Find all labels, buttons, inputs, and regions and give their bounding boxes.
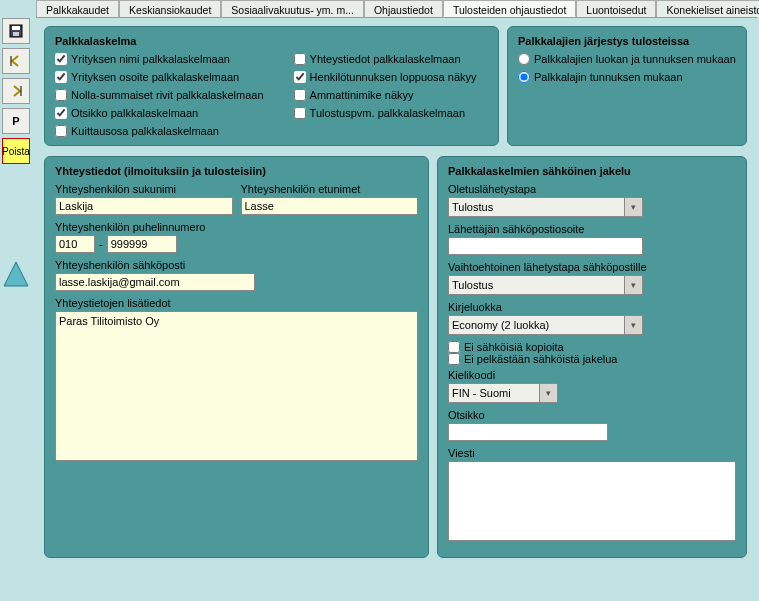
input-sukunimi[interactable] xyxy=(55,197,233,215)
input-puh-number[interactable] xyxy=(107,235,177,253)
chk-yrityksen-nimi[interactable]: Yrityksen nimi palkkalaskelmaan xyxy=(55,53,264,65)
chk-henkilotunnus[interactable]: Henkilötunnuksen loppuosa näkyy xyxy=(294,71,477,83)
label-vaihtoehtoinen: Vaihtoehtoinen lähetystapa sähköpostille xyxy=(448,261,736,273)
panel-title: Palkkalaskelmien sähköinen jakelu xyxy=(448,165,736,177)
arrow-left-icon xyxy=(8,53,24,69)
select-kielikoodi[interactable]: FIN - Suomi xyxy=(448,383,558,403)
chk-tulostuspvm[interactable]: Tulostuspvm. palkkalaskelmaan xyxy=(294,107,477,119)
tab-tulosteiden-ohjaustiedot[interactable]: Tulosteiden ohjaustiedot xyxy=(443,0,576,17)
textarea-lisatiedot[interactable] xyxy=(55,311,418,461)
content-area: Palkkalaskelma Yrityksen nimi palkkalask… xyxy=(36,18,755,597)
panel-title: Palkkalaskelma xyxy=(55,35,488,47)
label-otsikko: Otsikko xyxy=(448,409,736,421)
label-kirjeluokka: Kirjeluokka xyxy=(448,301,736,313)
label-etunimet: Yhteyshenkilön etunimet xyxy=(241,183,419,195)
input-etunimet[interactable] xyxy=(241,197,419,215)
svg-marker-5 xyxy=(4,262,28,286)
side-toolbar: P Poista xyxy=(2,18,34,164)
label-puhelin: Yhteyshenkilön puhelinnumero xyxy=(55,221,418,233)
panel-title: Yhteystiedot (ilmoituksiin ja tulosteisi… xyxy=(55,165,418,177)
select-kirjeluokka[interactable]: Economy (2 luokka) xyxy=(448,315,643,335)
select-vaihtoehtoinen[interactable]: Tulostus xyxy=(448,275,643,295)
tab-bar: Palkkakaudet Keskiansiokaudet Sosiaaliva… xyxy=(36,0,757,18)
label-viesti: Viesti xyxy=(448,447,736,459)
tab-palkkakaudet[interactable]: Palkkakaudet xyxy=(36,0,119,17)
chk-ei-kopioita[interactable]: Ei sähköisiä kopioita xyxy=(448,341,736,353)
input-puh-prefix[interactable] xyxy=(55,235,95,253)
chk-kuittausosa[interactable]: Kuittausosa palkkalaskelmaan xyxy=(55,125,264,137)
chk-yhteystiedot[interactable]: Yhteystiedot palkkalaskelmaan xyxy=(294,53,477,65)
label-kielikoodi: Kielikoodi xyxy=(448,369,736,381)
input-email[interactable] xyxy=(55,273,255,291)
label-lahettaja-email: Lähettäjän sähköpostiosoite xyxy=(448,223,736,235)
tab-konekieliset[interactable]: Konekieliset aineistot xyxy=(656,0,759,17)
chk-nolla-summaiset[interactable]: Nolla-summaiset rivit palkkalaskelmaan xyxy=(55,89,264,101)
triangle-icon xyxy=(0,258,32,290)
tab-sosiaalivakuutus[interactable]: Sosiaalivakuutus- ym. m... xyxy=(221,0,364,17)
panel-jakelu: Palkkalaskelmien sähköinen jakelu Oletus… xyxy=(437,156,747,558)
svg-rect-2 xyxy=(13,32,19,36)
radio-luokan-tunnuksen[interactable]: Palkkalajien luokan ja tunnuksen mukaan xyxy=(518,53,736,65)
arrow-right-icon xyxy=(8,83,24,99)
select-oletuslahetys[interactable]: Tulostus xyxy=(448,197,643,217)
chk-ei-pelkastaan[interactable]: Ei pelkästään sähköistä jakelua xyxy=(448,353,736,365)
label-sukunimi: Yhteyshenkilön sukunimi xyxy=(55,183,233,195)
tab-luontoisedut[interactable]: Luontoisedut xyxy=(576,0,656,17)
app-logo xyxy=(0,258,32,290)
chk-yrityksen-osoite[interactable]: Yrityksen osoite palkkalaskelmaan xyxy=(55,71,264,83)
next-button[interactable] xyxy=(2,78,30,104)
p-button[interactable]: P xyxy=(2,108,30,134)
chk-ammattinimike[interactable]: Ammattinimike näkyy xyxy=(294,89,477,101)
panel-jarjestys: Palkkalajien järjestys tulosteissa Palkk… xyxy=(507,26,747,146)
panel-yhteystiedot: Yhteystiedot (ilmoituksiin ja tulosteisi… xyxy=(44,156,429,558)
label-lisatiedot: Yhteystietojen lisätiedot xyxy=(55,297,418,309)
poista-button[interactable]: Poista xyxy=(2,138,30,164)
panel-palkkalaskelma: Palkkalaskelma Yrityksen nimi palkkalask… xyxy=(44,26,499,146)
label-oletuslahetys: Oletuslähetystapa xyxy=(448,183,736,195)
tab-keskiansiokaudet[interactable]: Keskiansiokaudet xyxy=(119,0,221,17)
save-button[interactable] xyxy=(2,18,30,44)
input-lahettaja-email[interactable] xyxy=(448,237,643,255)
panel-title: Palkkalajien järjestys tulosteissa xyxy=(518,35,736,47)
chk-otsikko[interactable]: Otsikko palkkalaskelmaan xyxy=(55,107,264,119)
textarea-viesti[interactable] xyxy=(448,461,736,541)
prev-button[interactable] xyxy=(2,48,30,74)
input-otsikko[interactable] xyxy=(448,423,608,441)
svg-rect-1 xyxy=(12,26,20,30)
label-email: Yhteyshenkilön sähköposti xyxy=(55,259,418,271)
tab-ohjaustiedot[interactable]: Ohjaustiedot xyxy=(364,0,443,17)
save-icon xyxy=(8,23,24,39)
radio-tunnuksen[interactable]: Palkkalajin tunnuksen mukaan xyxy=(518,71,736,83)
